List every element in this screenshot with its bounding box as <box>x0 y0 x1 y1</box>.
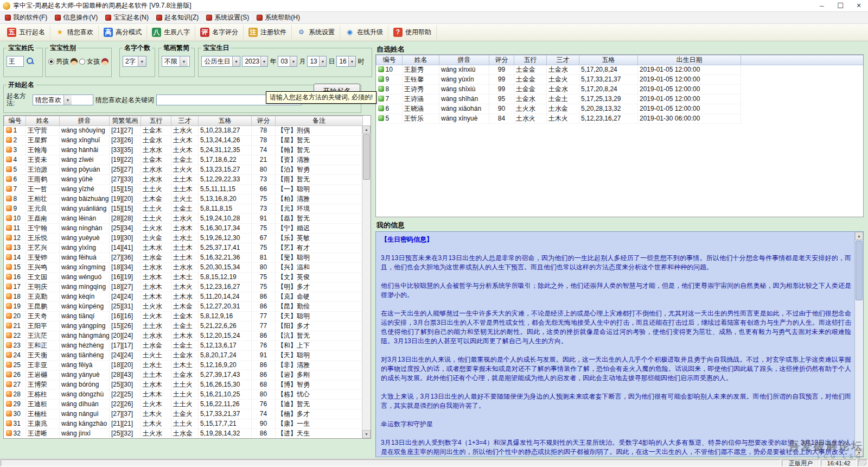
surname-input[interactable]: 王 <box>7 56 24 67</box>
selected-name-row[interactable]: 8 王诗秀 wáng shīxiù 99 土金金 土金水 5,17,20,8,2… <box>376 85 864 94</box>
menu-item[interactable]: 宝宝起名(N) <box>101 12 152 23</box>
menu-item[interactable]: 信息操作(V) <box>51 12 101 23</box>
resize-grip[interactable] <box>858 459 867 466</box>
row-number: 15 <box>14 263 21 271</box>
toolbar-button[interactable]: 高 高分模式 <box>99 26 147 40</box>
column-header[interactable]: 备注 <box>276 116 363 126</box>
toolbar-button[interactable]: ★ 猜您喜欢 <box>50 26 99 40</box>
column-header[interactable]: 三才 <box>547 55 579 65</box>
column-header[interactable]: 五格 <box>579 55 638 65</box>
column-header[interactable]: 五格 <box>199 116 252 126</box>
selected-name-row[interactable]: 5 王忻乐 wáng xīnyuè 84 土水火 土木火 5,12,23,16,… <box>376 114 864 124</box>
scroll-thumb[interactable] <box>856 241 863 300</box>
selected-name-row[interactable]: 10 王新秀 wáng xīnxiù 99 土金金 土金水 5,17,20,8,… <box>376 65 864 75</box>
cell-score: 77 <box>252 312 276 321</box>
column-header[interactable]: 评分 <box>252 116 276 126</box>
name-row[interactable]: 23 王和正 wáng hézhèng [17][17] 土水金 土金土 5,1… <box>4 341 363 351</box>
selected-name-row[interactable]: 9 王钰馨 wáng yùxīn 99 土金金 土金火 5,17,33,21,3… <box>376 75 864 85</box>
toolbar-button[interactable]: ◉ 在线升级 <box>340 26 388 40</box>
name-row[interactable]: 22 王沆茫 wáng hàngmáng [20][24] 土水水 土木水 5,… <box>4 331 363 341</box>
column-header[interactable]: 五行 <box>141 116 171 126</box>
close-icon[interactable] <box>850 0 868 11</box>
search-icon[interactable] <box>25 56 35 66</box>
column-header[interactable]: 出生日期 <box>638 55 741 65</box>
toolbar-button[interactable]: 评 名字评分 <box>195 26 244 40</box>
birth-day-select[interactable]: 13 <box>307 56 327 67</box>
toolbar-button[interactable]: 五 五行起名 <box>2 26 50 40</box>
column-header[interactable]: 拼音 <box>439 55 489 65</box>
toolbar-button[interactable]: 八 生辰八字 <box>147 26 195 40</box>
name-row[interactable]: 32 王进晰 wáng jìnxī [25][32] 土火水 土水金 5,19,… <box>4 429 363 439</box>
column-header[interactable]: 拼音 <box>60 116 110 126</box>
name-row[interactable]: 4 王资未 wáng zīwèi [19][22] 土金木 土金土 5,17,1… <box>4 155 363 165</box>
scroll-up-icon[interactable] <box>855 232 863 240</box>
name-row[interactable]: 1 王守营 wáng shǒuyíng [21][27] 土金木 土水火 5,1… <box>4 126 363 136</box>
name-row[interactable]: 33 王曜维 wáng yàowéi [33][36] 土火土 土木木 5,22… <box>4 439 363 439</box>
name-row[interactable]: 10 王磊南 wáng lěinán [28][28] 土土火 土水火 5,19… <box>4 214 363 224</box>
minimize-icon[interactable] <box>813 0 831 11</box>
name-row[interactable]: 27 王博荣 wáng bóróng [25][30] 土水木 土土火 5,16… <box>4 380 363 390</box>
column-header[interactable]: 姓名 <box>403 55 439 65</box>
selected-name-row[interactable]: 6 王晓涵 wáng xiǎohán 90 土火水 土水金 5,20,28,13… <box>376 104 864 114</box>
menu-item[interactable]: 起名知识(Z) <box>152 12 202 23</box>
name-row[interactable]: 5 王泊源 wáng pōyuán [25][27] 土水水 土火火 5,13,… <box>4 165 363 175</box>
gender-female-radio[interactable] <box>79 59 85 65</box>
info-scrollbar[interactable] <box>854 232 863 457</box>
menu-item[interactable]: 系统帮助(H) <box>253 12 304 23</box>
column-header[interactable] <box>741 55 864 65</box>
name-count-select[interactable]: 2字 <box>123 56 146 67</box>
menu-item[interactable]: 系统设置(S) <box>202 12 253 23</box>
name-row[interactable]: 20 王天奇 wáng tiānqí [16][16] 土火木 土金木 5,8,… <box>4 312 363 321</box>
name-row[interactable]: 2 王星辉 wáng xīnghuī [23][26] 土金水 土火木 5,13… <box>4 136 363 146</box>
column-header[interactable]: 评分 <box>489 55 514 65</box>
toolbar-button[interactable]: ? 使用帮助 <box>388 26 437 40</box>
name-row[interactable]: 9 王元良 wáng yuánliáng [15][15] 土土火 土金土 5,… <box>4 204 363 214</box>
name-row[interactable]: 14 王斐铧 wáng fěihuá [27][36] 土水金 土土木 5,16… <box>4 253 363 263</box>
name-row[interactable]: 3 王翰海 wáng hànhǎi [33][35] 土水水 土火木 5,24,… <box>4 146 363 155</box>
birth-hour-select[interactable]: 16 <box>336 56 356 67</box>
table-scrollbar[interactable] <box>362 125 371 438</box>
gender-male-radio[interactable] <box>48 59 54 65</box>
name-row[interactable]: 6 王雨鹤 wáng yǔhè [27][33] 土水水 土土木 5,12,29… <box>4 175 363 185</box>
selected-name-row[interactable]: 7 王诗涵 wáng shīhán 95 土金水 土金土 5,17,25,13,… <box>376 94 864 104</box>
column-header[interactable]: 姓名 <box>26 116 60 126</box>
birth-year-select[interactable]: 2023 <box>242 56 268 67</box>
strokes-select[interactable]: 不限 <box>162 56 190 67</box>
cell-score: 74 <box>252 146 276 155</box>
name-row[interactable]: 13 王艺兴 wáng yìxīng [14][41] 土木水 土土木 5,25… <box>4 243 363 253</box>
name-row[interactable]: 7 王一哲 wáng yīzhé [15][15] 土土火 土土木 5,5,11… <box>4 185 363 194</box>
name-row[interactable]: 30 王楠桂 wáng nánguì [27][37] 土木火 土金火 5,17… <box>4 409 363 419</box>
name-row[interactable]: 15 王兴鸣 wáng xīngmíng [18][34] 土水水 土水水 5,… <box>4 263 363 273</box>
scroll-down-icon[interactable] <box>855 449 863 457</box>
name-row[interactable]: 17 王明庆 wáng míngqìng [18][27] 土水木 土木火 5,… <box>4 282 363 292</box>
name-row[interactable]: 31 王康兆 wáng kāngzhào [21][21] 土木火 土土火 5,… <box>4 419 363 429</box>
name-row[interactable]: 21 王阳平 wáng yángpíng [15][26] 土土水 土金土 5,… <box>4 321 363 331</box>
method-select[interactable]: 猜您喜欢 <box>33 94 93 105</box>
menu-item[interactable]: 我的软件(F) <box>1 12 51 23</box>
maximize-icon[interactable] <box>831 0 850 11</box>
name-row[interactable]: 25 王非亚 wáng fēiyà [18][20] 土水土 土木土 5,12,… <box>4 361 363 370</box>
name-row[interactable]: 24 王天衡 wáng tiānhéng [24][24] 土火土 土金水 5,… <box>4 351 363 361</box>
name-row[interactable]: 19 王昆鹏 wáng kūnpéng [25][31] 土火水 土木金 5,1… <box>4 302 363 312</box>
scroll-thumb[interactable] <box>363 134 370 180</box>
scroll-down-icon[interactable] <box>362 430 371 438</box>
column-header[interactable]: 简繁笔画 <box>110 116 141 126</box>
cell-strokes: [28][28] <box>110 214 141 224</box>
scroll-up-icon[interactable] <box>362 125 371 134</box>
name-row[interactable]: 8 王柏壮 wáng bǎizhuàng [19][20] 土木金 土火土 5,… <box>4 194 363 204</box>
column-header[interactable]: 三才 <box>171 116 199 126</box>
name-row[interactable]: 18 王克勤 wáng kèqín [24][24] 土木木 土木水 5,11,… <box>4 292 363 302</box>
name-row[interactable]: 26 王岩樾 wáng yányuè [28][43] 土土木 土金水 5,27… <box>4 370 363 380</box>
column-header[interactable]: 编号 <box>4 116 26 126</box>
column-header[interactable]: 编号 <box>376 55 403 65</box>
toolbar-button[interactable]: 注 注册软件 <box>244 26 292 40</box>
name-row[interactable]: 12 王乐悦 wáng yuèyuè [19][30] 土火金 土水土 5,19… <box>4 234 363 243</box>
toolbar-button[interactable]: ⚙ 系统设置 <box>292 26 340 40</box>
name-row[interactable]: 11 王宁翰 wáng nínghàn [25][34] 土火水 土水木 5,1… <box>4 224 363 234</box>
name-row[interactable]: 29 王迪桓 wáng díhuán [22][26] 土火木 土土火 5,16… <box>4 400 363 409</box>
birth-month-select[interactable]: 03 <box>278 56 297 67</box>
name-row[interactable]: 28 王栋柱 wáng dòngzhù [22][25] 土木木 土土火 5,1… <box>4 390 363 400</box>
column-header[interactable]: 五行 <box>514 55 547 65</box>
name-row[interactable]: 16 王文国 wáng wénguó [16][19] 土水木 土木土 5,8,… <box>4 273 363 282</box>
calendar-type-select[interactable]: 公历生日 <box>201 56 240 67</box>
